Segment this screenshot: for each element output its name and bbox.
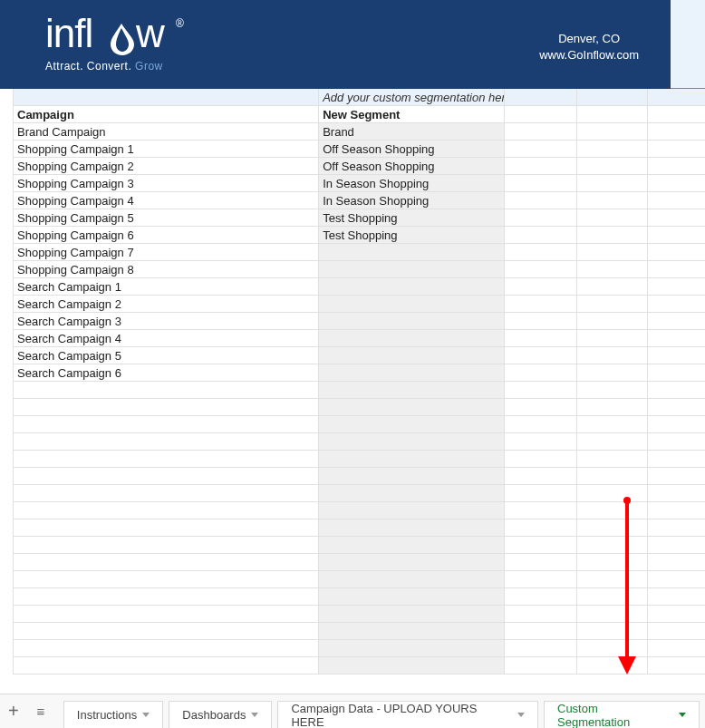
- table-row[interactable]: [13, 588, 705, 606]
- cell[interactable]: [319, 416, 505, 432]
- cell[interactable]: [319, 606, 505, 622]
- cell[interactable]: [505, 588, 577, 605]
- cell[interactable]: [505, 519, 577, 536]
- table-row[interactable]: [13, 657, 705, 675]
- cell[interactable]: [648, 261, 705, 277]
- cell[interactable]: [648, 433, 705, 450]
- cell[interactable]: [648, 347, 705, 364]
- cell[interactable]: [648, 571, 705, 587]
- cell[interactable]: [648, 192, 705, 209]
- cell-campaign[interactable]: Shopping Campaign 3: [14, 175, 319, 191]
- cell[interactable]: [577, 640, 649, 656]
- cell-segment[interactable]: [319, 244, 505, 260]
- cell[interactable]: [14, 416, 319, 432]
- cell[interactable]: [648, 468, 705, 484]
- cell[interactable]: [577, 554, 649, 570]
- cell[interactable]: [577, 123, 649, 140]
- chevron-down-icon[interactable]: [679, 713, 686, 717]
- cell[interactable]: [505, 261, 577, 277]
- table-row[interactable]: Shopping Campaign 3In Season Shopping: [13, 175, 705, 192]
- cell[interactable]: [648, 141, 705, 157]
- cell-campaign[interactable]: Search Campaign 6: [14, 364, 319, 381]
- cell[interactable]: [14, 537, 319, 553]
- cell[interactable]: [577, 209, 649, 226]
- cell[interactable]: [648, 588, 705, 605]
- table-row[interactable]: Search Campaign 5: [13, 347, 705, 364]
- cell[interactable]: [505, 278, 577, 295]
- cell[interactable]: [505, 89, 577, 105]
- cell[interactable]: [505, 141, 577, 157]
- cell-segment[interactable]: [319, 313, 505, 329]
- table-row[interactable]: Search Campaign 1: [13, 278, 705, 296]
- cell[interactable]: [319, 571, 505, 587]
- cell[interactable]: [319, 588, 505, 605]
- cell[interactable]: [648, 519, 705, 536]
- table-row[interactable]: [13, 623, 705, 640]
- cell[interactable]: [505, 330, 577, 346]
- cell[interactable]: [505, 347, 577, 364]
- cell[interactable]: [648, 296, 705, 312]
- cell[interactable]: [319, 485, 505, 501]
- cell-segment[interactable]: [319, 278, 505, 295]
- cell[interactable]: [14, 468, 319, 484]
- cell[interactable]: [319, 537, 505, 553]
- cell[interactable]: [14, 623, 319, 639]
- table-row[interactable]: Shopping Campaign 1Off Season Shopping: [13, 141, 705, 158]
- column-header-row[interactable]: Campaign New Segment: [13, 106, 705, 123]
- cell-campaign[interactable]: Search Campaign 3: [14, 313, 319, 329]
- cell[interactable]: [505, 313, 577, 329]
- cell[interactable]: [505, 364, 577, 381]
- cell[interactable]: [648, 537, 705, 553]
- cell-campaign[interactable]: Search Campaign 5: [14, 347, 319, 364]
- cell-campaign[interactable]: Brand Campaign: [14, 123, 319, 140]
- cell[interactable]: [505, 399, 577, 415]
- cell[interactable]: [577, 519, 649, 536]
- sheet-tab-active[interactable]: Custom Segmentation: [544, 701, 700, 728]
- table-row[interactable]: Shopping Campaign 4In Season Shopping: [13, 192, 705, 209]
- table-row[interactable]: [13, 606, 705, 623]
- cell[interactable]: [648, 278, 705, 295]
- cell[interactable]: [577, 89, 649, 105]
- sheet-tab[interactable]: Campaign Data - UPLOAD YOURS HERE: [277, 701, 538, 728]
- cell-segment[interactable]: [319, 261, 505, 277]
- cell[interactable]: [648, 485, 705, 501]
- cell[interactable]: [505, 554, 577, 570]
- cell[interactable]: [505, 468, 577, 484]
- sheet-tab[interactable]: Dashboards: [169, 701, 272, 728]
- cell[interactable]: [577, 244, 649, 260]
- cell[interactable]: [648, 123, 705, 140]
- cell-segment[interactable]: Off Season Shopping: [319, 141, 505, 157]
- cell-campaign[interactable]: Shopping Campaign 6: [14, 227, 319, 243]
- table-row[interactable]: [13, 640, 705, 657]
- cell[interactable]: [319, 554, 505, 570]
- table-row[interactable]: [13, 571, 705, 588]
- cell[interactable]: [577, 261, 649, 277]
- cell[interactable]: [648, 89, 705, 105]
- cell[interactable]: [505, 451, 577, 467]
- chevron-down-icon[interactable]: [142, 713, 150, 717]
- cell[interactable]: [505, 192, 577, 209]
- cell[interactable]: [14, 640, 319, 656]
- cell[interactable]: [648, 364, 705, 381]
- cell[interactable]: [505, 537, 577, 553]
- cell[interactable]: [577, 588, 649, 605]
- cell[interactable]: [505, 433, 577, 450]
- sheet-tab[interactable]: Instructions: [63, 701, 163, 728]
- table-row[interactable]: [13, 468, 705, 485]
- cell[interactable]: [577, 106, 649, 122]
- cell[interactable]: [648, 158, 705, 174]
- cell-campaign[interactable]: Shopping Campaign 5: [14, 209, 319, 226]
- cell[interactable]: [319, 382, 505, 398]
- add-sheet-button[interactable]: +: [0, 694, 27, 729]
- cell-segment[interactable]: [319, 347, 505, 364]
- cell[interactable]: [648, 227, 705, 243]
- cell[interactable]: [505, 244, 577, 260]
- cell[interactable]: [577, 158, 649, 174]
- cell[interactable]: [319, 433, 505, 450]
- cell-segment[interactable]: [319, 330, 505, 346]
- cell-campaign[interactable]: Search Campaign 2: [14, 296, 319, 312]
- cell[interactable]: [14, 588, 319, 605]
- cell[interactable]: [14, 433, 319, 450]
- cell[interactable]: [319, 451, 505, 467]
- cell[interactable]: [505, 158, 577, 174]
